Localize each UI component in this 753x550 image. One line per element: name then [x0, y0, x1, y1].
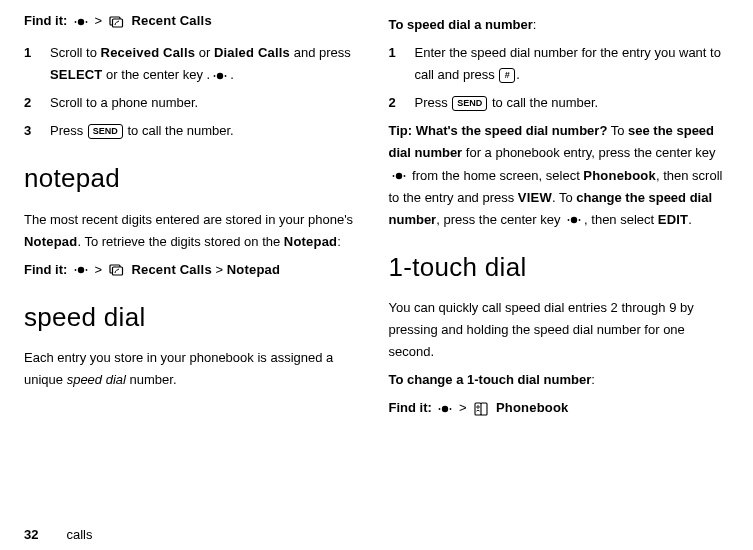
text: to call the number.	[488, 95, 598, 110]
dialed-calls: Dialed Calls	[214, 45, 290, 60]
bold-text: To speed dial a number	[389, 17, 533, 32]
svg-rect-4	[112, 19, 122, 27]
step-number: 3	[24, 120, 50, 142]
heading-notepad: notepad	[24, 156, 365, 200]
sep: >	[215, 262, 223, 277]
heading-speed-dial: speed dial	[24, 295, 365, 339]
to-speed-dial-heading: To speed dial a number:	[389, 14, 730, 36]
step-body: Press SEND to call the number.	[50, 120, 365, 142]
svg-point-14	[392, 175, 394, 177]
one-touch-paragraph: You can quickly call speed dial entries …	[389, 297, 730, 363]
nav-key-icon	[391, 170, 407, 182]
sep: >	[95, 262, 103, 277]
notepad-paragraph: The most recent digits entered are store…	[24, 209, 365, 253]
step-1: 1 Enter the speed dial number for the en…	[389, 42, 730, 86]
phonebook-label: Phonebook	[583, 168, 656, 183]
nav-key-icon	[73, 264, 89, 276]
recent-calls-icon	[108, 15, 126, 29]
text: and press	[290, 45, 351, 60]
text: Press	[50, 123, 87, 138]
svg-point-8	[78, 267, 84, 273]
text: Scroll to	[50, 45, 101, 60]
text: , press the center key	[436, 212, 564, 227]
notepad-label: Notepad	[284, 234, 337, 249]
send-key-icon: SEND	[452, 96, 487, 111]
page: Find it: > Recent Calls 1 Scroll to Rece…	[0, 0, 753, 550]
text: to call the number.	[124, 123, 234, 138]
step-3: 3 Press SEND to call the number.	[24, 120, 365, 142]
menu-recent-calls: Recent Calls	[131, 262, 211, 277]
svg-point-18	[579, 219, 581, 221]
svg-point-20	[439, 408, 441, 410]
svg-point-2	[86, 21, 88, 23]
svg-point-1	[75, 21, 77, 23]
svg-point-15	[403, 175, 405, 177]
view-label: VIEW	[518, 190, 552, 205]
text: Press	[415, 95, 452, 110]
svg-point-17	[568, 219, 570, 221]
recent-calls-icon	[108, 263, 126, 277]
page-number: 32	[24, 527, 38, 542]
select-key: SELECT	[50, 67, 102, 82]
text: The most recent digits entered are store…	[24, 212, 353, 227]
step-body: Press SEND to call the number.	[415, 92, 730, 114]
page-footer: 32calls	[24, 527, 92, 542]
find-it-label: Find it:	[389, 400, 432, 415]
bold-text: To change a 1-touch dial number	[389, 372, 592, 387]
text: , then select	[584, 212, 658, 227]
svg-point-21	[450, 408, 452, 410]
text: . To retrieve the digits stored on the	[77, 234, 283, 249]
svg-point-10	[86, 270, 88, 272]
text: . To	[552, 190, 576, 205]
send-key-icon: SEND	[88, 124, 123, 139]
text: number.	[126, 372, 177, 387]
svg-point-0	[78, 18, 84, 24]
text: from the home screen, select	[409, 168, 584, 183]
notepad-label: Notepad	[24, 234, 77, 249]
sep: >	[95, 13, 103, 28]
text: To	[607, 123, 628, 138]
svg-point-6	[214, 75, 216, 77]
svg-point-9	[75, 270, 77, 272]
pound-key-icon: #	[499, 68, 515, 83]
phonebook-icon	[472, 402, 490, 416]
text: :	[337, 234, 341, 249]
nav-key-icon	[437, 403, 453, 415]
find-it-line-3: Find it: > Phonebook	[389, 397, 730, 419]
received-calls: Received Calls	[101, 45, 196, 60]
step-number: 2	[389, 92, 415, 114]
change-1touch-heading: To change a 1-touch dial number:	[389, 369, 730, 391]
step-1: 1 Scroll to Received Calls or Dialed Cal…	[24, 42, 365, 86]
period: .	[516, 67, 520, 82]
svg-rect-12	[112, 267, 122, 275]
step-number: 1	[24, 42, 50, 86]
menu-notepad: Notepad	[227, 262, 280, 277]
nav-key-icon	[73, 16, 89, 28]
find-it-line-1: Find it: > Recent Calls	[24, 10, 365, 32]
period: .	[230, 67, 234, 82]
text: or the center key .	[102, 67, 210, 82]
two-column-layout: Find it: > Recent Calls 1 Scroll to Rece…	[24, 8, 729, 508]
svg-point-7	[225, 75, 227, 77]
menu-phonebook: Phonebook	[496, 400, 569, 415]
find-it-label: Find it:	[24, 262, 67, 277]
step-body: Scroll to Received Calls or Dialed Calls…	[50, 42, 365, 86]
menu-recent-calls: Recent Calls	[131, 13, 211, 28]
step-2: 2 Press SEND to call the number.	[389, 92, 730, 114]
colon: :	[591, 372, 595, 387]
step-2: 2 Scroll to a phone number.	[24, 92, 365, 114]
heading-1touch-dial: 1-touch dial	[389, 245, 730, 289]
sep: >	[459, 400, 467, 415]
step-body: Enter the speed dial number for the entr…	[415, 42, 730, 86]
nav-key-icon	[212, 70, 228, 82]
tip-heading: Tip: What's the speed dial number?	[389, 123, 608, 138]
svg-point-19	[442, 406, 448, 412]
tip-paragraph: Tip: What's the speed dial number? To se…	[389, 120, 730, 230]
svg-point-22	[477, 406, 479, 408]
svg-point-16	[571, 217, 577, 223]
step-number: 2	[24, 92, 50, 114]
text: for a phonebook entry, press the center …	[462, 145, 715, 160]
svg-point-5	[217, 73, 223, 79]
step-body: Scroll to a phone number.	[50, 92, 365, 114]
right-column: To speed dial a number: 1 Enter the spee…	[389, 8, 730, 508]
